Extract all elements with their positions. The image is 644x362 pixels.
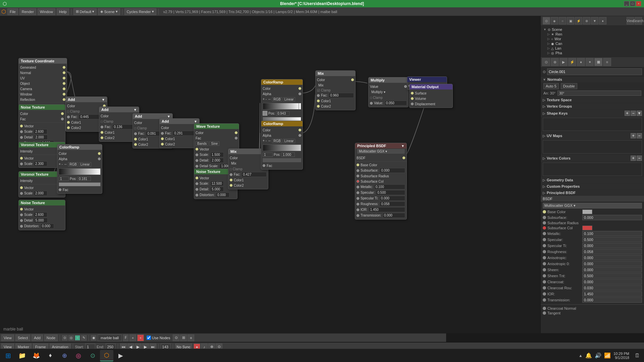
window-title: Blender* [C:\Users\dean\Desktop\urn.blen… — [280, 1, 364, 6]
colorramp-3-node[interactable]: ColorRamp Color Alpha +-↔ RGB Linear 1 P… — [261, 121, 303, 170]
title-bar: ⬡ Blender* [C:\Users\dean\Desktop\urn.bl… — [0, 0, 644, 7]
geometry-data-section: ▷ Geometry Data — [541, 177, 644, 183]
blender-logo: ⬡ — [3, 1, 7, 6]
rpanel-tab-data[interactable]: ▼ — [591, 17, 598, 24]
node-add-btn[interactable]: Add — [32, 335, 43, 341]
scene-tree-lan[interactable]: ▷ △ Lan — [546, 46, 643, 51]
scene-tree-wor[interactable]: ▷ ○ Wor — [546, 37, 643, 41]
obj-icon-camera[interactable]: ⊕ — [551, 58, 559, 66]
window-menu[interactable]: Window — [38, 8, 55, 15]
noise-texture-2-node[interactable]: Noise Texture Vector Scale2.600 Detail5.… — [18, 200, 65, 230]
geometry-data-header[interactable]: ▷ Geometry Data — [541, 177, 644, 183]
obj-icon-world[interactable]: ⚡ — [568, 58, 576, 66]
blender-icon: ⬡ — [1, 8, 6, 15]
shape-key-sub-btn[interactable]: − — [631, 111, 636, 116]
node-node-btn[interactable]: Node — [44, 335, 58, 341]
paint-btn[interactable]: ▶ — [114, 350, 127, 361]
f-btn[interactable]: F — [123, 335, 128, 341]
itunes-btn[interactable]: ◎ — [72, 350, 85, 361]
multiply-node[interactable]: Multiply Value Multiply ▾ □ Clamp Value:… — [368, 77, 409, 107]
layout-icon[interactable]: ⊞ Default ▾ — [73, 8, 97, 15]
rpanel-tab-constraints[interactable]: ⚡ — [575, 17, 582, 24]
normals-header[interactable]: ▼ Normals — [541, 76, 644, 82]
help-menu[interactable]: Help — [57, 8, 69, 15]
uv-map-add-btn[interactable]: + — [631, 133, 636, 138]
scene-tree-scene[interactable]: ▼ ⊙ Scene — [542, 27, 643, 32]
top-toolbar: ⬡ File Render Window Help ⊞ Default ▾ ◈ … — [0, 7, 644, 16]
uv-map-list[interactable] — [543, 140, 642, 154]
vertex-color-list[interactable] — [543, 163, 642, 176]
steam-icon: ♦ — [46, 352, 54, 360]
shape-key-more-btn[interactable]: ▼ — [637, 111, 642, 116]
firefox-btn[interactable]: 🦊 — [30, 350, 43, 361]
shape-key-add-btn[interactable]: + — [625, 111, 630, 116]
engine-select[interactable]: Cycles Render ▾ — [124, 8, 156, 15]
auto-smooth-btn[interactable]: Auto 5 — [543, 83, 559, 89]
vertex-groups-header[interactable]: ▷ Vertex Groups — [541, 103, 644, 109]
use-nodes-checkbox[interactable] — [147, 336, 151, 340]
rpanel-tab-object[interactable]: ▣ — [567, 17, 574, 24]
rpanel-tab-material[interactable]: ♦ — [599, 17, 606, 24]
node-extra-btn2[interactable]: ⊞ — [180, 335, 187, 341]
steam-btn[interactable]: ♦ — [44, 350, 57, 361]
uv-maps-section: ▷ UV Maps + − — [541, 132, 644, 155]
obj-icon-scene[interactable]: ▶ — [559, 58, 568, 66]
bsdf-header[interactable]: ▷ Principled BSDF — [541, 190, 644, 196]
texture-space-header[interactable]: ▷ Texture Space — [541, 97, 644, 103]
right-panel: ⊙ ◈ ○ ▣ ⚡ ⊕ ▼ ♦ View Search ▼ ⊙ Scene — [540, 16, 644, 333]
shape-key-list[interactable] — [543, 118, 642, 131]
material-name-field[interactable]: marble ball — [98, 335, 122, 341]
blender-taskbar-btn[interactable]: ⬡ — [100, 350, 113, 361]
node-select-btn[interactable]: Select — [15, 335, 31, 341]
scene-tree-pha[interactable]: ▷ ◎ Pha — [546, 51, 643, 55]
principled-bsdf-node[interactable]: Principled BSDF ▼ Multiscatter GGX ▾ BSD… — [355, 143, 407, 220]
node-editor[interactable]: Texture Coordinate Generated Normal UV O… — [0, 16, 540, 333]
add-material-btn[interactable]: + — [129, 335, 136, 341]
material-output-node[interactable]: Material Output Surface Volume Displacem… — [409, 84, 453, 108]
obj-icon-object[interactable]: ♦ — [577, 58, 585, 66]
chrome-btn[interactable]: ⊙ — [86, 350, 99, 361]
custom-properties-header[interactable]: ▷ Custom Properties — [541, 183, 644, 189]
vertex-color-sub-btn[interactable]: − — [637, 156, 642, 161]
object-name-input[interactable] — [547, 68, 642, 75]
obj-icon-material[interactable]: ≡ — [603, 58, 611, 66]
obj-icon-constraints[interactable]: ✦ — [586, 58, 594, 66]
start-btn[interactable]: ⊞ — [1, 350, 15, 361]
rpanel-tab-world[interactable]: ○ — [559, 17, 566, 24]
double-sided-btn[interactable]: Double — [561, 83, 577, 89]
minimize-button[interactable]: _ — [624, 1, 629, 6]
node-extra-btn1[interactable]: ⊙ — [173, 335, 179, 341]
uv-maps-header[interactable]: ▷ UV Maps + − — [541, 132, 644, 139]
rpanel-tab-scene[interactable]: ◈ — [551, 17, 558, 24]
discord-btn[interactable]: ⊕ — [58, 350, 71, 361]
rpanel-tab-modifiers[interactable]: ⊕ — [583, 17, 590, 24]
vertex-colors-header[interactable]: ▷ Vertex Colors + − — [541, 155, 644, 162]
noise-texture-1-node[interactable]: Noise Texture Color Fac Vector Scale2.60… — [18, 104, 65, 147]
scene-tree-can[interactable]: ▷ ◉ Can — [546, 41, 643, 46]
add-4-node[interactable]: Add ▼ Color Fac:0.291 Color1 Color2 — [159, 118, 200, 148]
node-extra-btn3[interactable]: ≡ — [187, 335, 194, 341]
rpanel-search-btn[interactable]: Search — [635, 17, 642, 24]
node-view-btn[interactable]: View — [1, 335, 14, 341]
shape-keys-header[interactable]: ▷ Shape Keys + − ▼ — [541, 110, 644, 117]
obj-icon-data[interactable]: ⊞ — [594, 58, 602, 66]
scene-tree-ren[interactable]: ▷ ☀ Ren — [546, 32, 643, 37]
file-menu[interactable]: File — [7, 8, 18, 15]
colorramp-gradient — [59, 168, 101, 175]
scene-icon[interactable]: ◈ Scene ▾ — [98, 8, 120, 15]
taskbar-clock[interactable]: 10:29 PM 9/1/2018 — [613, 352, 632, 360]
close-button[interactable]: × — [636, 1, 641, 6]
node-mode-icon[interactable]: ⊙ — [62, 335, 67, 341]
obj-icon-render[interactable]: ⊙ — [542, 58, 550, 66]
uv-map-sub-btn[interactable]: − — [637, 133, 642, 138]
maximize-button[interactable]: □ — [630, 1, 635, 6]
vertex-color-add-btn[interactable]: + — [631, 156, 636, 161]
node-pin-btn[interactable]: ◉ — [91, 335, 96, 341]
colorramp-1-node[interactable]: ColorRamp Color Alpha +-↔ RGB Linear 1 P… — [57, 144, 102, 194]
render-menu[interactable]: Render — [19, 8, 36, 15]
remove-material-btn[interactable]: × — [137, 335, 144, 341]
mix-2-node[interactable]: Mix Color Mix ☑ Clamp Fac:0.960 Color1 C… — [315, 70, 356, 110]
distribution-select[interactable]: Multiscatter GGX ▾ — [543, 203, 642, 208]
rpanel-tab-render[interactable]: ⊙ — [543, 17, 550, 24]
file-explorer-btn[interactable]: 📁 — [15, 350, 29, 361]
